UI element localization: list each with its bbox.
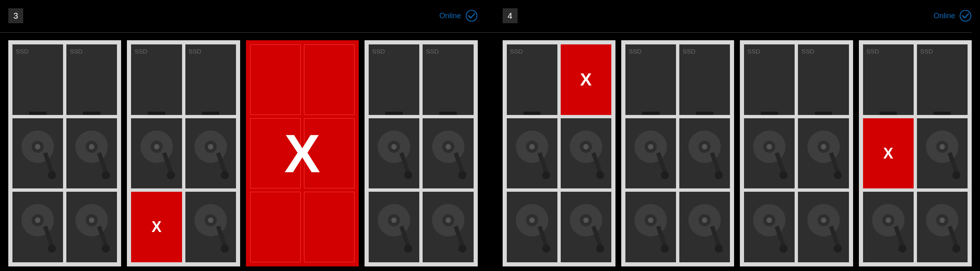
hdd-icon xyxy=(566,199,606,255)
hdd-icon xyxy=(374,199,414,255)
hdd-drive xyxy=(625,192,676,262)
hdd-drive xyxy=(917,192,968,262)
server-column: SSDSSD Server 4 xyxy=(859,40,972,271)
hdd-drive xyxy=(798,192,849,262)
hdd-drive xyxy=(863,192,914,262)
ssd-connector xyxy=(934,112,951,115)
panel-header: 4 Online xyxy=(503,8,972,28)
server-column: SSDSSD Server 2 xyxy=(621,40,734,271)
svg-point-76 xyxy=(702,217,708,223)
hdd-drive xyxy=(561,118,611,189)
panel-3: 3 Online SSDSSD Server 1SSDSSD xyxy=(8,8,478,271)
hdd-drive xyxy=(744,192,795,262)
hdd-drive xyxy=(12,118,63,189)
hdd-drive xyxy=(561,192,611,262)
svg-point-89 xyxy=(780,245,788,253)
svg-point-56 xyxy=(529,217,535,223)
svg-point-72 xyxy=(648,217,653,223)
server: SSDSSD xyxy=(365,40,477,266)
hdd-drive xyxy=(12,192,63,262)
hdd-drive xyxy=(507,118,557,189)
svg-point-36 xyxy=(458,171,467,179)
server: SSDSSD xyxy=(8,40,121,266)
hdd-drive xyxy=(185,118,236,189)
hdd-drive xyxy=(917,118,968,189)
ssd-label: SSD xyxy=(683,48,695,55)
hdd-icon xyxy=(566,125,606,182)
ssd-drive: SSD xyxy=(679,44,730,115)
hdd-drive xyxy=(507,192,557,262)
ssd-drive: SSD xyxy=(12,44,63,115)
svg-point-28 xyxy=(221,245,229,253)
svg-point-8 xyxy=(102,171,110,179)
hdd-icon xyxy=(17,199,58,255)
server-row: SSDSSD Server 1SSDSSD xyxy=(8,40,478,271)
ssd-label: SSD xyxy=(16,48,29,55)
svg-point-48 xyxy=(529,144,535,149)
divider xyxy=(88,32,972,33)
svg-point-65 xyxy=(661,171,669,179)
server-column: SSDSSD Server 2 xyxy=(127,40,240,271)
ssd-label: SSD xyxy=(70,48,83,55)
svg-point-81 xyxy=(780,171,788,179)
server: SSD xyxy=(503,40,615,266)
panel-badge: 4 xyxy=(503,8,518,23)
ssd-drive: SSD xyxy=(369,44,419,115)
hdd-icon xyxy=(684,125,725,182)
ssd-label: SSD xyxy=(920,48,933,55)
ssd-connector xyxy=(523,112,541,115)
hdd-icon xyxy=(190,125,231,182)
svg-point-92 xyxy=(821,217,826,223)
hdd-drive xyxy=(304,192,355,262)
svg-point-57 xyxy=(542,245,550,253)
svg-point-40 xyxy=(404,245,413,253)
svg-point-27 xyxy=(208,217,213,223)
server xyxy=(246,40,359,266)
status-indicator: Online xyxy=(934,10,972,22)
hdd-icon xyxy=(922,125,963,182)
hdd-icon xyxy=(136,125,177,182)
hdd-drive xyxy=(304,118,355,189)
hdd-drive xyxy=(66,118,117,189)
ssd-connector xyxy=(440,112,457,115)
svg-point-96 xyxy=(939,144,945,149)
svg-point-7 xyxy=(89,144,95,149)
ssd-label: SSD xyxy=(866,48,879,55)
hdd-drive xyxy=(679,118,730,189)
ssd-label: SSD xyxy=(189,48,202,55)
ssd-connector xyxy=(385,112,403,115)
svg-point-24 xyxy=(221,171,229,179)
svg-point-23 xyxy=(208,144,213,149)
hdd-drive xyxy=(625,118,676,189)
hdd-icon xyxy=(17,125,58,182)
svg-point-97 xyxy=(952,171,961,179)
ssd-connector xyxy=(696,112,713,115)
ssd-drive xyxy=(250,44,301,115)
svg-point-52 xyxy=(583,144,588,149)
hdd-icon xyxy=(803,199,844,255)
svg-point-19 xyxy=(154,144,159,149)
ssd-drive: SSD xyxy=(66,44,117,115)
hdd-icon xyxy=(684,199,725,255)
ssd-drive: SSD xyxy=(917,44,968,115)
svg-point-49 xyxy=(542,171,550,179)
ssd-label: SSD xyxy=(801,48,814,55)
svg-point-16 xyxy=(102,245,110,253)
svg-point-105 xyxy=(952,245,961,253)
svg-point-69 xyxy=(715,171,723,179)
check-circle-icon xyxy=(959,10,972,22)
server-column: SSDSSD Server 4 xyxy=(365,40,477,271)
svg-point-43 xyxy=(445,217,451,223)
status-label: Online xyxy=(439,12,461,20)
hdd-icon xyxy=(749,199,790,255)
server: SSDSSD xyxy=(621,40,734,266)
ssd-label: SSD xyxy=(134,48,147,55)
svg-point-12 xyxy=(48,245,56,253)
server-column: SSD Server 1 xyxy=(503,40,615,271)
ssd-connector xyxy=(148,112,165,115)
ssd-drive: SSD xyxy=(507,44,557,115)
ssd-connector xyxy=(202,112,219,115)
hdd-drive xyxy=(131,118,182,189)
ssd-drive: SSD xyxy=(131,44,182,115)
svg-point-15 xyxy=(89,217,95,223)
